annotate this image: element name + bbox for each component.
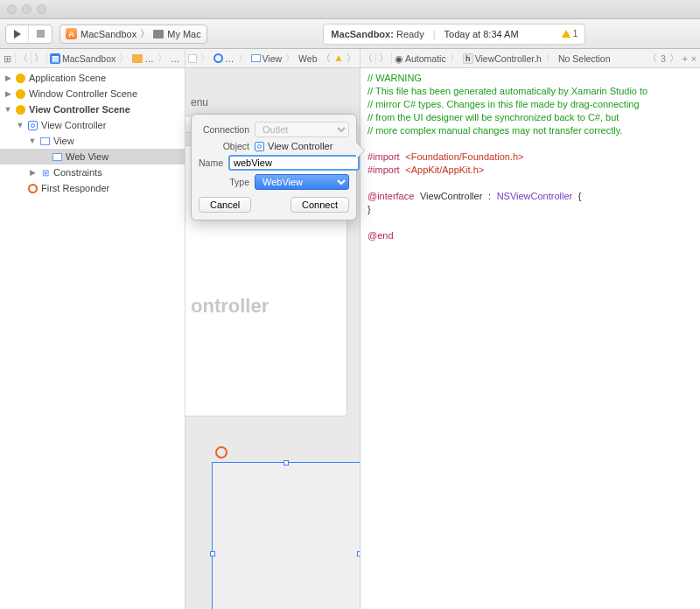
- status-time: Today at 8:34 AM: [444, 29, 519, 39]
- view-icon: [52, 153, 62, 161]
- first-responder-label: First Responder: [41, 183, 109, 193]
- folder-icon: [132, 54, 143, 63]
- close-icon[interactable]: [7, 4, 17, 14]
- code-type: NSViewController: [497, 191, 573, 201]
- forward-button[interactable]: 〉: [346, 52, 356, 65]
- assistant-breadcrumb[interactable]: ◉Automatic 〉 hViewController.h 〉 No Sele…: [392, 52, 644, 65]
- scene-row[interactable]: ▶Application Scene: [0, 70, 185, 86]
- run-button[interactable]: [6, 25, 29, 43]
- add-assistant-button[interactable]: +: [682, 53, 688, 64]
- crumb-item: …: [168, 53, 183, 64]
- code-line: // mirror C# types. Changes in this file…: [368, 99, 640, 109]
- scene-label: Application Scene: [29, 73, 106, 83]
- vc-row[interactable]: ▼View Controller: [0, 117, 185, 133]
- name-input[interactable]: [228, 155, 360, 171]
- code-keyword: @end: [368, 230, 394, 241]
- separator: |: [433, 29, 436, 39]
- code-class: ViewController: [420, 191, 482, 201]
- code-keyword: #import: [368, 164, 400, 175]
- type-label: Type: [199, 177, 249, 187]
- name-label: Name: [199, 158, 223, 168]
- stop-button[interactable]: [29, 25, 52, 43]
- project-icon: ▤: [50, 53, 60, 64]
- connection-select[interactable]: Outlet: [255, 122, 349, 137]
- scene-row[interactable]: ▶Window Controller Scene: [0, 86, 185, 102]
- placeholder-text: ontroller: [191, 295, 269, 318]
- forward-button[interactable]: 〉: [32, 52, 47, 65]
- menu-fragment: enu: [186, 94, 343, 110]
- code-text: }: [368, 204, 371, 214]
- back-button[interactable]: 〈: [360, 52, 376, 65]
- resize-handle[interactable]: [210, 551, 215, 556]
- back-button[interactable]: 〈: [321, 52, 331, 65]
- canvas-breadcrumb[interactable]: 〉 … 〉 View 〉 Web View: [186, 52, 318, 65]
- toolbar: A MacSandbox 〉 My Mac MacSandbox: Ready …: [0, 19, 700, 49]
- connect-button[interactable]: Connect: [290, 197, 349, 213]
- scene-label: Window Controller Scene: [29, 88, 137, 99]
- object-label: Object: [199, 141, 249, 151]
- code-keyword: #import: [368, 151, 400, 162]
- status-project: MacSandbox:: [331, 29, 394, 39]
- source-editor[interactable]: // WARNING // This file has been generat…: [360, 68, 700, 609]
- left-breadcrumb[interactable]: ▤MacSandbox 〉 … 〉 … 〉: [47, 52, 185, 65]
- scene-icon: [16, 74, 25, 83]
- cancel-button[interactable]: Cancel: [199, 197, 251, 213]
- view-row[interactable]: ▼View: [0, 133, 185, 149]
- jump-bar: ⊞ 〈 〉 ▤MacSandbox 〉 … 〉 … 〉 〉 … 〉 View 〉…: [0, 49, 700, 68]
- scene-icon: [214, 53, 223, 63]
- storyboard-icon: [188, 54, 197, 63]
- first-responder-row[interactable]: First Responder: [0, 180, 185, 196]
- scheme-name: MacSandbox: [80, 29, 136, 39]
- destination-name: My Mac: [167, 29, 201, 39]
- crumb-project: MacSandbox: [62, 53, 116, 64]
- run-stop-segment: [5, 24, 52, 44]
- constraints-row[interactable]: ▶⊞Constraints: [0, 164, 185, 180]
- type-select[interactable]: WebView: [255, 174, 349, 190]
- crumb-file: ViewController.h: [475, 53, 542, 64]
- scheme-selector[interactable]: A MacSandbox 〉 My Mac: [60, 24, 207, 44]
- minimize-icon[interactable]: [22, 4, 32, 14]
- webview-label: Web View: [66, 151, 108, 162]
- back-button[interactable]: 〈: [16, 52, 32, 65]
- code-line: // WARNING: [368, 73, 422, 83]
- prev-button[interactable]: 〈: [648, 52, 657, 65]
- code-keyword: @interface: [368, 191, 414, 201]
- next-button[interactable]: 〉: [669, 52, 679, 65]
- crumb-item: …: [225, 53, 234, 64]
- resize-handle[interactable]: [284, 460, 289, 466]
- scene-label: View Controller Scene: [29, 104, 130, 115]
- viewcontroller-icon: [255, 142, 264, 151]
- scene-icon: [16, 89, 25, 99]
- code-import: <Foundation/Foundation.h>: [405, 151, 523, 162]
- webview-row[interactable]: Web View: [0, 149, 185, 164]
- crumb-view: View: [262, 53, 283, 64]
- warning-icon: [562, 30, 570, 38]
- warning-count: 1: [573, 29, 578, 38]
- object-text: View Controller: [268, 141, 332, 151]
- warning-badge[interactable]: 1: [562, 29, 578, 38]
- selection-box[interactable]: [212, 462, 360, 609]
- first-responder-icon: [28, 184, 38, 193]
- code-text: :: [488, 191, 491, 201]
- app-icon: A: [66, 28, 77, 39]
- view-icon: [40, 137, 50, 145]
- document-outline: ▶Application Scene ▶Window Controller Sc…: [0, 68, 186, 609]
- crumb-webview: Web View: [296, 53, 318, 64]
- vc-label: View Controller: [41, 120, 106, 130]
- crumb-folder: …: [144, 53, 154, 64]
- first-responder-proxy-icon[interactable]: [215, 446, 228, 458]
- resize-handle[interactable]: [357, 551, 360, 556]
- view-icon: [251, 54, 261, 62]
- traffic-lights: [7, 4, 46, 14]
- warning-icon: [336, 55, 342, 60]
- code-text: {: [578, 191, 582, 201]
- close-assistant-button[interactable]: ×: [691, 53, 696, 64]
- zoom-icon[interactable]: [37, 4, 46, 14]
- chevron-right-icon: 〉: [140, 27, 150, 40]
- code-import: <AppKit/AppKit.h>: [405, 164, 484, 175]
- mac-icon: [153, 30, 164, 38]
- related-items-icon[interactable]: ⊞: [0, 53, 16, 64]
- counterparts-icon: ◉: [395, 53, 403, 64]
- scene-row[interactable]: ▼View Controller Scene: [0, 102, 185, 117]
- forward-button[interactable]: 〉: [376, 52, 392, 65]
